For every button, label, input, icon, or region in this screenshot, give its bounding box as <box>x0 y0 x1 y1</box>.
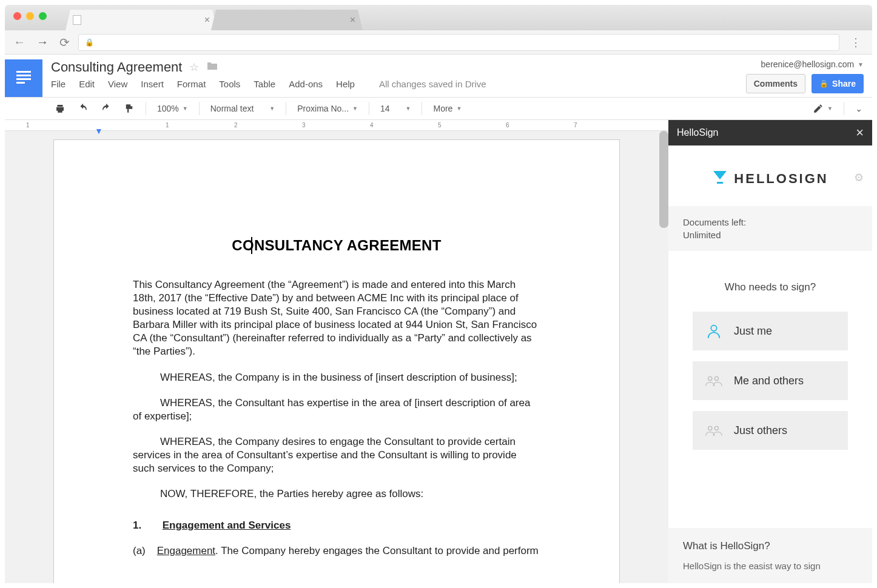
doc-paragraph: WHEREAS, the Company is in the business … <box>133 371 540 384</box>
collapse-toolbar-button[interactable]: ⌃ <box>850 101 867 116</box>
forward-button[interactable]: → <box>34 33 51 52</box>
print-button[interactable] <box>50 101 70 116</box>
document-pane: 1 ▼ 1 2 3 4 5 6 7 CONSULTANCY AGREEMENT … <box>5 120 668 583</box>
sign-option-just-others[interactable]: Just others <box>693 411 848 450</box>
user-account[interactable]: berenice@hellosign.com ▼ <box>746 59 864 69</box>
back-button[interactable]: ← <box>11 33 28 52</box>
ruler-mark: 6 <box>506 122 509 129</box>
scrollbar-thumb[interactable] <box>659 131 668 228</box>
browser-tab-active[interactable]: × <box>66 10 217 30</box>
hellosign-logo: HELLOSIGN <box>668 145 872 206</box>
browser-tab-strip: × × <box>5 5 872 30</box>
share-button[interactable]: 🔒 Share <box>811 74 864 93</box>
doc-paragraph: This Consultancy Agreement (the “Agreeme… <box>133 278 540 359</box>
menu-edit[interactable]: Edit <box>79 79 95 89</box>
redo-button[interactable] <box>96 101 116 116</box>
sign-option-label: Just me <box>734 325 772 338</box>
settings-gear-icon[interactable]: ⚙ <box>854 171 864 184</box>
svg-point-3 <box>714 376 718 380</box>
ruler-mark: 3 <box>302 122 306 129</box>
comments-button[interactable]: Comments <box>746 74 805 93</box>
window-maximize-icon[interactable] <box>39 12 47 20</box>
menu-bar: File Edit View Insert Format Tools Table… <box>51 79 746 89</box>
ruler-mark: 4 <box>370 122 374 129</box>
more-dropdown[interactable]: More▼ <box>428 101 466 116</box>
docs-logo[interactable] <box>5 59 42 97</box>
svg-point-4 <box>708 426 712 430</box>
documents-left-label: Documents left: <box>683 217 858 227</box>
window-close-icon[interactable] <box>13 12 21 20</box>
reload-button[interactable]: ⟳ <box>57 33 72 52</box>
menu-file[interactable]: File <box>51 79 66 89</box>
menu-help[interactable]: Help <box>336 79 355 89</box>
tab-close-icon[interactable]: × <box>204 15 210 25</box>
formatting-toolbar: 100%▼ Normal text▼ Proxima No...▼ 14▼ Mo… <box>5 97 872 120</box>
menu-format[interactable]: Format <box>177 79 206 89</box>
sidebar-footer: What is HelloSign? HelloSign is the easi… <box>668 528 872 583</box>
people-icon <box>705 372 723 389</box>
save-status: All changes saved in Drive <box>379 79 486 89</box>
ruler-mark: 2 <box>234 122 238 129</box>
undo-button[interactable] <box>73 101 93 116</box>
font-size-dropdown[interactable]: 14▼ <box>375 101 416 116</box>
sign-option-me-and-others[interactable]: Me and others <box>693 361 848 400</box>
edit-mode-button[interactable]: ▼ <box>808 101 838 116</box>
menu-table[interactable]: Table <box>254 79 275 89</box>
docs-header: Consulting Agreement ☆ File Edit View In… <box>5 55 872 97</box>
hellosign-sidebar: HelloSign × HELLOSIGN ⚙ Documents left: … <box>668 120 872 583</box>
browser-tab-inactive[interactable]: × <box>211 10 363 30</box>
sign-option-just-me[interactable]: Just me <box>693 312 848 350</box>
doc-paragraph: (a) Engagement. The Company hereby engag… <box>133 544 540 558</box>
address-bar: ← → ⟳ 🔒 ⋮ <box>5 30 872 55</box>
paint-format-button[interactable] <box>119 101 139 116</box>
doc-section: 1. Engagement and Services <box>133 519 540 532</box>
svg-point-2 <box>708 376 712 380</box>
font-dropdown[interactable]: Proxima No...▼ <box>292 101 363 116</box>
hellosign-mark-icon <box>712 170 728 188</box>
ruler-indent-marker[interactable]: ▼ <box>95 126 103 136</box>
person-icon <box>705 322 723 339</box>
svg-rect-0 <box>717 182 723 184</box>
docs-logo-icon <box>16 71 31 85</box>
doc-paragraph: WHEREAS, the Company desires to engage t… <box>133 435 540 475</box>
sidebar-close-icon[interactable]: × <box>856 125 864 141</box>
horizontal-ruler[interactable]: 1 ▼ 1 2 3 4 5 6 7 <box>5 120 668 131</box>
svg-point-1 <box>711 326 716 331</box>
sidebar-header: HelloSign × <box>668 120 872 145</box>
share-label: Share <box>832 79 856 89</box>
folder-icon[interactable] <box>206 61 218 74</box>
chevron-down-icon: ▼ <box>858 61 864 68</box>
menu-addons[interactable]: Add-ons <box>289 79 323 89</box>
ruler-mark: 1 <box>26 122 30 129</box>
footer-text: HelloSign is the easist way to sign <box>683 561 858 571</box>
window-minimize-icon[interactable] <box>26 12 34 20</box>
footer-title: What is HelloSign? <box>683 540 858 552</box>
menu-view[interactable]: View <box>108 79 127 89</box>
window-controls <box>13 12 47 20</box>
zoom-dropdown[interactable]: 100%▼ <box>152 101 193 116</box>
lock-icon: 🔒 <box>85 38 94 47</box>
url-input[interactable]: 🔒 <box>78 34 839 51</box>
people-icon <box>705 422 723 439</box>
doc-paragraph: NOW, THEREFORE, the Parties hereby agree… <box>133 487 540 501</box>
vertical-scrollbar[interactable] <box>659 131 668 583</box>
hellosign-wordmark: HELLOSIGN <box>734 171 828 187</box>
documents-left-value: Unlimited <box>683 230 858 240</box>
sign-option-label: Me and others <box>734 375 804 387</box>
sidebar-title: HelloSign <box>677 127 718 138</box>
menu-tools[interactable]: Tools <box>219 79 240 89</box>
doc-heading: CONSULTANCY AGREEMENT <box>133 237 540 254</box>
svg-point-5 <box>714 426 718 430</box>
document-title[interactable]: Consulting Agreement <box>51 59 182 75</box>
browser-menu-icon[interactable]: ⋮ <box>845 36 866 49</box>
menu-insert[interactable]: Insert <box>141 79 164 89</box>
doc-paragraph: WHEREAS, the Consultant has expertise in… <box>133 396 540 423</box>
ruler-mark: 1 <box>166 122 169 129</box>
documents-left-box: Documents left: Unlimited <box>668 206 872 251</box>
sign-options: Just me Me and others Just others <box>668 312 872 450</box>
style-dropdown[interactable]: Normal text▼ <box>206 101 280 116</box>
tab-close-icon[interactable]: × <box>350 15 355 25</box>
document-page[interactable]: CONSULTANCY AGREEMENT This Consultancy A… <box>53 139 620 583</box>
star-icon[interactable]: ☆ <box>189 61 199 74</box>
sign-question: Who needs to sign? <box>668 251 872 312</box>
